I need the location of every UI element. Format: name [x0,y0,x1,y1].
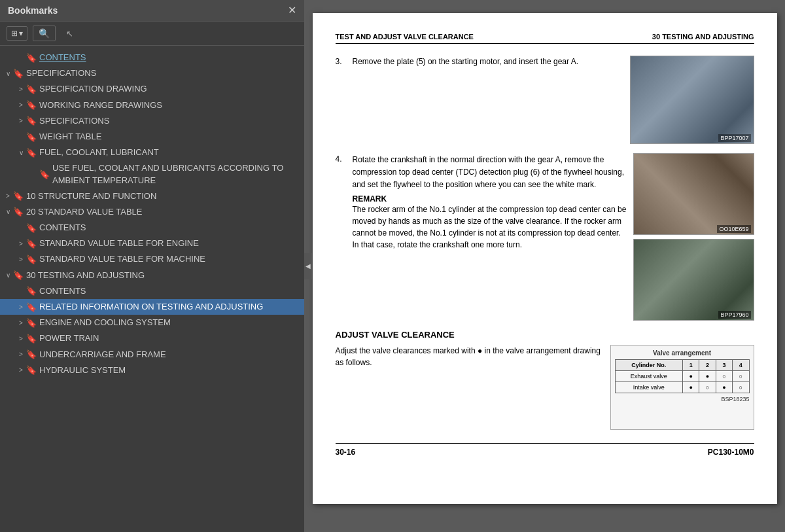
bookmarks-panel: Bookmarks ✕ ⊞ ▾ 🔍 ↖ 🔖 CONTENTS ∨ 🔖 SPECI… [0,0,304,532]
dropdown-icon: ▾ [19,29,23,38]
bookmark-power-train[interactable]: > 🔖 POWER TRAIN [0,330,304,346]
bookmark-standard-value[interactable]: ∨ 🔖 20 STANDARD VALUE TABLE [0,204,304,220]
step-4-content: 4. Rotate the crankshaft in the normal d… [336,153,754,321]
bookmark-label: 10 STRUCTURE AND FUNCTION [26,190,302,202]
pdf-page-header: TEST AND ADJUST VALVE CLEARANCE 30 TESTI… [336,33,754,44]
expand-icon[interactable]: ∨ [3,70,13,77]
bookmark-label: WEIGHT TABLE [39,131,302,143]
bookmark-hydraulic[interactable]: > 🔖 HYDRAULIC SYSTEM [0,363,304,378]
grid-icon: ⊞ [11,29,18,38]
exhaust-valve-row: Exhaust valve ● ● ○ ○ [615,371,749,382]
step-3-text: Remove the plate (5) on the starting mot… [353,56,622,144]
expand-icon[interactable]: > [16,86,26,93]
bookmark-label: STANDARD VALUE TABLE FOR MACHINE [39,253,302,265]
bookmark-label: POWER TRAIN [39,332,302,344]
expand-icon[interactable]: > [16,366,26,374]
bookmark-use-fuel[interactable]: 🔖 USE FUEL, COOLANT AND LUBRICANTS ACCOR… [0,160,304,188]
expand-icon[interactable]: ∨ [16,149,26,156]
expand-icon[interactable]: > [16,304,26,311]
bookmark-contents-30[interactable]: 🔖 CONTENTS [0,283,304,299]
expand-icon[interactable]: > [3,192,13,200]
adjust-text-block: Adjust the valve clearances marked with … [336,345,604,375]
bookmark-label: FUEL, COOLANT, LUBRICANT [39,147,302,158]
expand-icon[interactable]: ∨ [3,272,13,279]
bookmark-label: CONTENTS [39,52,302,63]
intake-2: ○ [699,382,716,393]
step-3-number: 3. [336,56,347,144]
bookmarks-toolbar: ⊞ ▾ 🔍 ↖ [0,22,304,46]
expand-placeholder [16,287,26,294]
bookmark-related-info[interactable]: > 🔖 RELATED INFORMATION ON TESTING AND A… [0,299,304,315]
col-header-1: 1 [682,360,699,371]
pdf-model-number: PC130-10M0 [708,448,754,457]
step-4-image-2: BPP17960 [633,239,754,321]
step-4-row: 4. Rotate the crankshaft in the normal d… [336,153,754,321]
expand-icon[interactable]: ∨ [3,208,13,215]
exhaust-1: ● [682,371,699,382]
cursor-indicator: ↖ [66,29,73,39]
bookmark-structure-function[interactable]: > 🔖 10 STRUCTURE AND FUNCTION [0,188,304,204]
bookmarks-tree: 🔖 CONTENTS ∨ 🔖 SPECIFICATIONS > 🔖 SPECIF… [0,46,304,532]
bookmark-std-machine[interactable]: > 🔖 STANDARD VALUE TABLE FOR MACHINE [0,251,304,267]
close-button[interactable]: ✕ [288,5,296,16]
bookmark-label: UNDERCARRIAGE AND FRAME [39,349,302,361]
section-heading: ADJUST VALVE CLEARANCE [336,330,754,340]
step-4-image-2-label: BPP17960 [718,311,750,319]
pdf-page: TEST AND ADJUST VALVE CLEARANCE 30 TESTI… [313,13,777,504]
exhaust-label: Exhaust valve [615,371,682,382]
expand-placeholder [16,133,26,141]
bookmark-working-range[interactable]: > 🔖 WORKING RANGE DRAWINGS [0,98,304,113]
step-3-content: 3. Remove the plate (5) on the starting … [336,56,622,144]
bookmark-undercarriage[interactable]: > 🔖 UNDERCARRIAGE AND FRAME [0,347,304,363]
bookmark-label: ENGINE AND COOLING SYSTEM [39,317,302,328]
bookmark-testing-adjusting[interactable]: ∨ 🔖 30 TESTING AND ADJUSTING [0,268,304,283]
expand-icon[interactable]: > [16,256,26,263]
step-3-image: BPP17007 [630,56,754,144]
expand-icon[interactable]: > [16,335,26,342]
bookmark-contents-top[interactable]: 🔖 CONTENTS [0,50,304,65]
bookmark-icon: 🔖 [26,148,37,158]
valve-arrangement-title: Valve arrangement [615,349,750,357]
expand-icon[interactable]: > [16,240,26,247]
intake-1: ● [682,382,699,393]
bookmark-icon: 🔖 [26,365,37,375]
bookmark-icon: 🔖 [26,239,37,249]
panel-collapse-button[interactable]: ◀ [304,253,312,279]
bookmark-label: 30 TESTING AND ADJUSTING [26,270,302,281]
bookmark-std-engine[interactable]: > 🔖 STANDARD VALUE TABLE FOR ENGINE [0,236,304,251]
bookmark-icon: 🔖 [26,286,37,296]
bookmark-icon: 🔖 [26,84,37,94]
adjust-text: Adjust the valve clearances marked with … [336,345,604,368]
bookmark-specifications[interactable]: ∨ 🔖 SPECIFICATIONS [0,65,304,81]
expand-icon[interactable]: > [16,319,26,327]
bookmark-label: SPECIFICATIONS [26,67,302,79]
bookmark-weight-table[interactable]: 🔖 WEIGHT TABLE [0,129,304,145]
exhaust-3: ○ [716,371,732,382]
search-bookmarks-button[interactable]: 🔍 [33,26,56,41]
grid-view-button[interactable]: ⊞ ▾ [7,26,27,41]
intake-3: ● [716,382,732,393]
step-3-image-content [631,56,754,143]
bookmark-fuel-coolant[interactable]: ∨ 🔖 FUEL, COOLANT, LUBRICANT [0,145,304,160]
expand-icon[interactable]: > [16,117,26,124]
bookmark-label: 20 STANDARD VALUE TABLE [26,206,302,218]
bookmark-label: WORKING RANGE DRAWINGS [39,99,302,111]
expand-icon[interactable]: > [16,351,26,358]
col-header-4: 4 [733,360,749,371]
expand-placeholder [16,224,26,232]
intake-valve-row: Intake valve ● ○ ● ○ [615,382,749,393]
bookmark-icon: 🔖 [26,318,37,328]
bookmark-specifications-sub[interactable]: > 🔖 SPECIFICATIONS [0,113,304,129]
pdf-header-right: 30 TESTING AND ADJUSTING [652,33,754,41]
bookmarks-title: Bookmarks [8,5,58,16]
col-header-0: Cylinder No. [615,360,682,371]
collapse-arrow-icon: ◀ [305,262,311,270]
bookmark-spec-drawing[interactable]: > 🔖 SPECIFICATION DRAWING [0,81,304,97]
img-bg-1 [634,154,754,234]
bookmark-engine-cooling[interactable]: > 🔖 ENGINE AND COOLING SYSTEM [0,315,304,330]
bookmark-contents-20[interactable]: 🔖 CONTENTS [0,220,304,236]
pdf-footer: 30-16 PC130-10M0 [336,443,754,457]
bookmark-icon: 🔖 [26,223,37,233]
expand-icon[interactable]: > [16,101,26,109]
bookmark-icon: 🔖 [26,100,37,110]
